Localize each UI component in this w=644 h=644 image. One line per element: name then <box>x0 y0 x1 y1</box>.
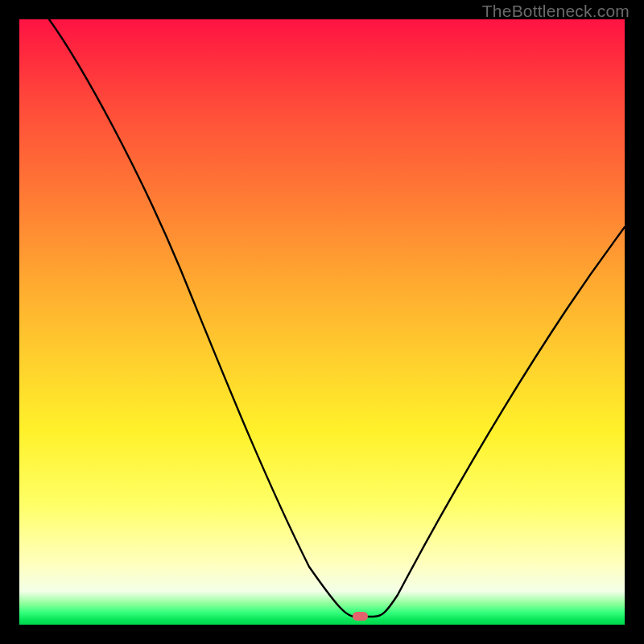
chart-frame: TheBottleneck.com <box>0 0 644 644</box>
optimal-point-marker <box>353 612 368 621</box>
heat-gradient-background <box>19 19 625 625</box>
watermark-text: TheBottleneck.com <box>482 2 630 21</box>
plot-area <box>19 19 625 625</box>
